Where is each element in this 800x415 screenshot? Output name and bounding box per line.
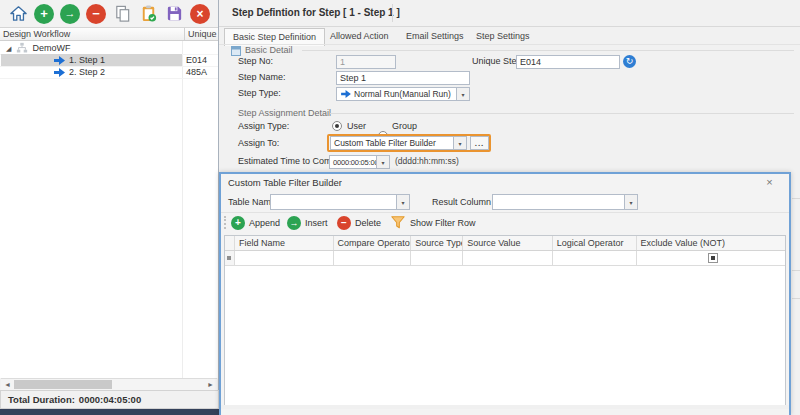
dialog-close-button[interactable]: × [763,176,776,189]
total-duration-value: 0000:04:05:00 [79,394,141,405]
scroll-right-arrow-icon[interactable]: ► [207,380,214,390]
step-no-field: 1 [336,55,396,69]
step-arrow-icon [341,90,351,98]
table-name-combo[interactable]: ▾ [270,194,410,210]
regenerate-stepid-button[interactable]: ↻ [623,55,636,68]
tabs-bottom-line [219,44,800,45]
estimated-time-combo[interactable]: 0000:00:05:00 ▾ [329,155,390,169]
assign-to-browse-button[interactable]: ... [470,136,489,150]
cell-logical-operator[interactable] [553,251,637,265]
radio-user[interactable] [332,121,342,131]
append-label[interactable]: Append [249,216,280,230]
scrollbar-thumb[interactable] [14,380,112,389]
assign-to-combo[interactable]: Custom Table Filter Builder ▾ [330,136,467,150]
refresh-icon: ↻ [626,57,634,66]
dialog-toolbar-top-line [221,212,789,213]
tab-step-settings[interactable]: Step Settings [468,28,538,44]
column-header-unique-stepid[interactable]: Unique S [185,28,218,40]
workflow-tree-panel [0,27,218,378]
gutter-line [792,198,800,199]
step-type-dropdown-button[interactable]: ▾ [456,88,469,100]
delete-step-button[interactable]: − [86,4,106,24]
clipboard-check-icon [139,4,158,23]
show-filter-row-label[interactable]: Show Filter Row [410,216,476,230]
gutter-line [792,298,800,299]
cell-exclude-value[interactable] [637,251,785,265]
validate-button[interactable] [138,4,158,24]
insert-label[interactable]: Insert [305,216,328,230]
estimated-time-dropdown-button[interactable]: ▾ [376,156,389,168]
minus-icon: − [92,7,100,20]
arrow-right-icon: → [65,8,76,19]
step-name-value: Step 1 [340,73,366,83]
copy-icon [113,4,132,23]
main-toolbar: + → − [0,0,219,27]
radio-user-label[interactable]: User [347,121,366,131]
time-format-hint: (dddd:hh:mm:ss) [395,156,459,166]
title-separator [392,4,393,22]
cell-source-value[interactable] [463,251,553,265]
radio-group-label[interactable]: Group [392,121,417,131]
tree-column-line [182,41,183,378]
step-no-value: 1 [340,57,345,67]
copy-button[interactable] [112,4,132,24]
expander-icon[interactable]: ◢ [6,45,11,52]
workflow-icon [16,42,28,54]
tree-node-label: 1. Step 1 [69,55,105,65]
window-bottom-border-left [0,409,219,415]
grid-header-row: Field Name Compare Operator Source Type … [225,236,785,251]
column-header-exclude-value[interactable]: Exclude Value (NOT) [637,236,785,250]
tree-node-label: 2. Step 2 [69,67,105,77]
plus-icon: + [40,7,48,20]
cell-compare-operator[interactable] [334,251,412,265]
scroll-left-arrow-icon[interactable]: ◄ [4,380,11,390]
total-duration-label: Total Duration: [8,394,75,405]
delete-row-button[interactable]: − [337,216,351,230]
append-button[interactable]: + [231,216,245,230]
column-header-source-value[interactable]: Source Value [463,236,553,250]
assign-to-dropdown-button[interactable]: ▾ [453,137,466,149]
column-header-field-name[interactable]: Field Name [235,236,334,250]
minus-icon: − [341,218,347,228]
tab-allowed-action[interactable]: Allowed Action [322,28,397,44]
gutter-line [792,270,800,271]
page-title: Step Defintion for Step [ 1 - Step 1 ] [232,0,400,26]
title-bottom-border [219,26,800,27]
save-button[interactable] [164,4,184,24]
new-row-indicator [225,251,235,265]
unique-stepid-field[interactable]: E014 [516,55,620,69]
next-step-button[interactable]: → [60,4,80,24]
tab-email-settings[interactable]: Email Settings [398,28,472,44]
step-name-field[interactable]: Step 1 [336,71,470,85]
column-header-logical-operator[interactable]: Logical Operator [553,236,637,250]
home-button[interactable] [8,4,28,24]
result-column-combo[interactable]: ▾ [492,194,638,210]
result-column-dropdown-button[interactable]: ▾ [624,195,637,209]
close-workflow-button[interactable]: × [190,4,210,24]
add-step-button[interactable]: + [34,4,54,24]
row-indicator-header [225,236,235,250]
step-type-combo[interactable]: Normal Run(Manual Run) ▾ [336,87,470,101]
cell-field-name[interactable] [235,251,334,265]
column-header-source-type[interactable]: Source Type [411,236,463,250]
basic-detail-section-line [302,50,794,51]
assign-type-label: Assign Type: [238,121,289,131]
dialog-title: Custom Table Filter Builder [228,174,342,192]
filter-grid: Field Name Compare Operator Source Type … [224,235,786,409]
tree-node-step2[interactable]: 2. Step 2 485A [0,66,218,79]
toolbar-grip [224,216,228,229]
step-type-value: Normal Run(Manual Run) [351,89,456,99]
exclude-value-checkbox[interactable] [708,253,718,263]
cell-source-type[interactable] [411,251,463,265]
tree-header-row: Design Workflow Unique S [0,27,218,41]
grid-new-row[interactable] [225,251,785,266]
column-header-design-workflow[interactable]: Design Workflow [0,28,185,40]
table-name-dropdown-button[interactable]: ▾ [396,195,409,209]
delete-label[interactable]: Delete [355,216,381,230]
grid-empty-area [225,266,785,408]
plus-icon: + [235,218,241,228]
filter-funnel-icon[interactable] [390,215,406,230]
insert-button[interactable]: → [287,216,301,230]
column-header-compare-operator[interactable]: Compare Operator [334,236,412,250]
step-no-label: Step No: [238,56,273,66]
